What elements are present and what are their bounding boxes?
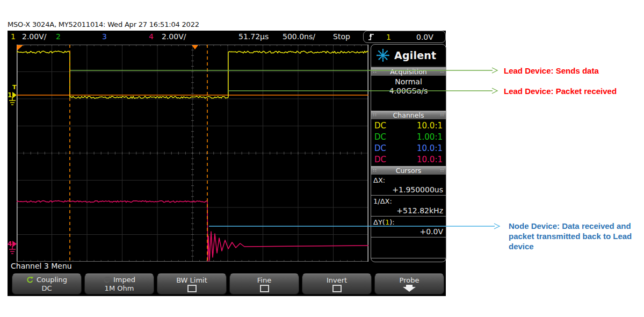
oscilloscope-screen: 1 2.00V/ 2 3 4 2.00V/ 51.72µs 500.0ns/ S… <box>8 31 446 296</box>
bw-limit-checkbox[interactable] <box>187 285 197 292</box>
invert-button-label: Invert <box>327 276 347 284</box>
channels-header-label: Channels <box>393 111 424 119</box>
annotation-lead-received: Lead Device: Packet received <box>504 86 617 96</box>
cursor-dx-value: +1.950000us <box>371 185 446 194</box>
trigger-letter: T <box>12 84 17 91</box>
grip-icon: ∷ <box>440 168 444 173</box>
down-arrow-icon <box>403 285 416 292</box>
cursor-dy-label-pre: ΔY( <box>373 218 385 226</box>
channel-row: DC 10.0:1 <box>371 154 446 165</box>
agilent-spark-icon <box>376 48 390 62</box>
channel3-probe-ratio: 10.0:1 <box>417 143 443 154</box>
invert-checkbox[interactable] <box>332 285 342 292</box>
channel2-coupling: DC <box>374 132 386 143</box>
cursor-dx-group: ΔX: +1.950000us <box>371 175 446 196</box>
coupling-button-value: DC <box>41 284 52 292</box>
cursor-dy-channel: 1 <box>385 218 389 226</box>
grip-icon: ∷ <box>373 168 377 173</box>
impedance-button[interactable]: Imped 1M Ohm <box>84 273 154 294</box>
annotation-lead-sends: Lead Device: Sends data <box>504 66 599 76</box>
coupling-button[interactable]: Coupling DC <box>12 273 82 294</box>
brand-name: Agilent <box>394 49 436 61</box>
cursors-header-label: Cursors <box>396 167 422 175</box>
trigger-slope-icon <box>368 32 374 41</box>
trigger-level: 0.0V <box>416 31 433 43</box>
grip-icon: ∷ <box>373 112 377 118</box>
menu-title: Channel 3 Menu <box>11 262 72 270</box>
channel4-ground-marker: 4 <box>8 239 17 258</box>
cursor-invdx-value: +512.82kHz <box>371 206 446 215</box>
probe-button[interactable]: Probe <box>374 273 444 294</box>
cursor-dy-group: ΔY(1): +0.0V <box>371 217 446 237</box>
channel1-number: 1 <box>8 91 12 99</box>
channel1-ground-marker: T 1 <box>8 82 17 109</box>
channels-header: ∷ Channels ∷ <box>371 111 446 119</box>
status-ch2-number: 2 <box>56 31 61 42</box>
sample-rate: 4.00GSa/s <box>371 87 446 96</box>
cursor-dy-value: +0.0V <box>371 227 446 236</box>
waveform-plot <box>17 45 368 262</box>
grip-icon: ∷ <box>373 69 377 74</box>
channel1-coupling: DC <box>374 120 386 132</box>
channel1-probe-ratio: 10.0:1 <box>417 120 443 132</box>
bw-limit-button[interactable]: BW Limit <box>157 273 227 294</box>
annotation-node-device: Node Device: Data received and packet tr… <box>509 221 641 251</box>
fine-button[interactable]: Fine <box>229 273 299 294</box>
status-ch4-scale: 2.00V/ <box>162 31 186 42</box>
cursor-invdx-label: 1/ΔX: <box>371 197 446 206</box>
channel2-probe-ratio: 1.00:1 <box>417 132 443 143</box>
acquisition-header-label: Acquisition <box>390 68 426 76</box>
cursors-header: ∷ Cursors ∷ <box>371 166 446 175</box>
acquisition-mode: Normal <box>371 77 446 87</box>
channel4-number: 4 <box>8 240 12 248</box>
grip-icon: ∷ <box>440 112 444 118</box>
impedance-button-value: 1M Ohm <box>105 284 134 292</box>
status-time-position: 51.72µs <box>238 31 269 42</box>
cursor-dy-label: ΔY(1): <box>371 218 446 227</box>
status-bar: 1 2.00V/ 2 3 4 2.00V/ 51.72µs 500.0ns/ S… <box>8 31 446 43</box>
cursor-dy-label-post: ): <box>389 218 394 226</box>
cursor-dx-label: ΔX: <box>371 176 446 185</box>
fine-checkbox[interactable] <box>260 285 269 292</box>
invert-button[interactable]: Invert <box>302 273 372 294</box>
grip-icon: ∷ <box>440 69 444 74</box>
channel4-probe-ratio: 10.0:1 <box>417 154 443 165</box>
status-ch1-scale: 2.00V/ <box>22 31 46 42</box>
fine-button-label: Fine <box>257 276 271 284</box>
status-time-scale: 500.0ns/ <box>283 31 315 42</box>
status-ch1-number: 1 <box>11 31 16 42</box>
status-ch4-number: 4 <box>149 31 154 42</box>
channel-row: DC 1.00:1 <box>371 132 446 143</box>
channel-row: DC 10.0:1 <box>371 120 446 132</box>
cursor-invdx-group: 1/ΔX: +512.82kHz <box>371 196 446 217</box>
impedance-button-label: Imped <box>113 276 135 284</box>
status-run-state: Stop <box>333 31 350 42</box>
info-sidebar: Agilent ∷ Acquisition ∷ Normal 4.00GSa/s… <box>371 44 446 262</box>
probe-button-label: Probe <box>400 276 419 284</box>
brand-row: Agilent <box>371 45 446 67</box>
window-title: MSO-X 3024A, MY52011014: Wed Apr 27 16:5… <box>8 20 199 28</box>
cycle-icon-dim <box>103 276 111 284</box>
acquisition-header: ∷ Acquisition ∷ <box>371 67 446 76</box>
bw-limit-button-label: BW Limit <box>176 276 207 284</box>
trigger-status-box: 1 0.0V <box>363 31 446 43</box>
channel3-coupling: DC <box>374 143 386 154</box>
status-ch3-number: 3 <box>102 31 107 42</box>
cycle-icon <box>26 276 34 284</box>
coupling-button-label: Coupling <box>37 276 67 284</box>
channel-row: DC 10.0:1 <box>371 143 446 154</box>
trigger-source: 1 <box>386 31 391 43</box>
channel4-coupling: DC <box>374 154 386 165</box>
